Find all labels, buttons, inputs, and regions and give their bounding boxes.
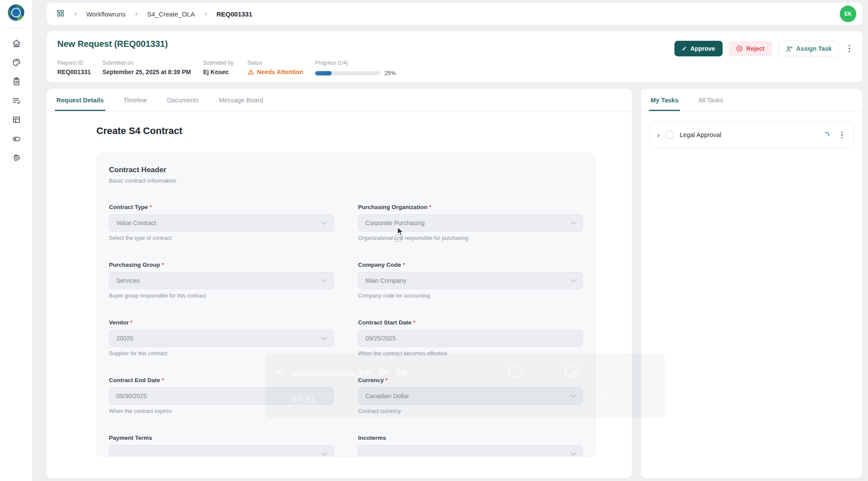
task-list-check-icon[interactable] — [11, 95, 22, 106]
chevron-right-icon[interactable]: › — [657, 131, 660, 140]
task-checkbox[interactable] — [666, 131, 674, 139]
chevron-down-icon — [322, 334, 327, 340]
field-currency: Currency * Canadian Dollar Contract curr… — [358, 377, 583, 415]
apps-grid-icon[interactable] — [56, 9, 65, 19]
sidebar-divider — [7, 28, 26, 28]
fields-grid: Contract Type * Value Contract Select th… — [109, 204, 583, 457]
tab-request-details[interactable]: Request Details — [56, 89, 104, 111]
field-helper: Select the type of contract — [109, 235, 334, 242]
request-tabs: Request DetailsTimelineDocumentsMessage … — [47, 89, 632, 111]
header-actions: ✓ Approve Reject Assign Task — [674, 41, 854, 56]
progress-percent: 25% — [385, 70, 396, 76]
avatar[interactable]: EK — [840, 6, 856, 22]
approve-button[interactable]: ✓ Approve — [674, 41, 723, 56]
tab-documents[interactable]: Documents — [167, 89, 199, 111]
section-title: Contract Header — [109, 166, 583, 174]
chevron-down-icon — [322, 277, 327, 282]
header-more-menu[interactable] — [845, 41, 854, 56]
select-company-code[interactable]: Main Company — [358, 272, 583, 289]
select-currency[interactable]: Canadian Dollar — [358, 387, 583, 405]
request-details-card: Request DetailsTimelineDocumentsMessage … — [47, 89, 632, 478]
toggle-icon[interactable] — [11, 134, 22, 144]
field-helper: Buyer group responsible for this contrac… — [109, 293, 334, 299]
field-helper: Company code for accounting — [358, 293, 583, 299]
field-purchasing-group: Purchasing Group * Services Buyer group … — [109, 262, 334, 299]
assign-task-button[interactable]: Assign Task — [778, 41, 839, 56]
task-more-menu[interactable] — [838, 127, 846, 143]
page-title: New Request (REQ001331) — [57, 39, 168, 49]
breadcrumb-item-req001331[interactable]: REQ001331 — [217, 10, 253, 18]
meta-submitted-on: Submitted on September 25, 2025 at 8:39 … — [102, 60, 191, 75]
meta-request-id: Request ID REQ001331 — [57, 60, 91, 75]
status-badge: Needs Attention — [257, 69, 303, 75]
tab-message-board[interactable]: Message Board — [219, 89, 263, 111]
chevron-down-icon — [322, 450, 327, 455]
chevron-down-icon — [322, 219, 327, 225]
task-card-legal-approval[interactable]: › Legal Approval — [650, 121, 854, 149]
field-contract-end-date: Contract End Date * 09/30/2025 When the … — [109, 377, 334, 415]
input-contract-end-date[interactable]: 09/30/2025 — [109, 387, 334, 405]
tab-all-tasks[interactable]: All Tasks — [698, 89, 723, 111]
circle-x-icon — [736, 45, 743, 52]
spinner-icon[interactable] — [822, 131, 830, 139]
breadcrumb-item-workflowruns[interactable]: Workflowruns — [86, 10, 126, 18]
chevron-down-icon — [571, 450, 576, 455]
breadcrumb-separator: › — [204, 10, 207, 18]
breadcrumb-separator: › — [135, 10, 138, 18]
field-payment-terms: Payment Terms * — [109, 435, 334, 457]
contract-header-panel: Contract Header Basic contract informati… — [96, 153, 595, 457]
select-purchasing-group[interactable]: Services — [109, 272, 334, 289]
chevron-down-icon — [571, 392, 576, 398]
progress-bar — [315, 71, 380, 75]
select-purchasing-organization[interactable]: Corporate Purchasing — [358, 214, 583, 232]
field-vendor: Vendor * 20020 Supplier for this contrac… — [109, 319, 334, 357]
meta-status: Status Needs Attention — [247, 60, 303, 75]
tab-timeline[interactable]: Timeline — [124, 89, 147, 111]
check-icon: ✓ — [682, 45, 687, 52]
chevron-down-icon — [571, 219, 576, 225]
palette-icon[interactable] — [11, 57, 22, 68]
home-icon[interactable] — [11, 38, 22, 49]
app-logo[interactable] — [8, 4, 24, 21]
form-title: Create S4 Contract — [96, 125, 182, 137]
section-subtitle: Basic contract information — [109, 177, 583, 184]
select-payment-terms[interactable] — [109, 445, 334, 457]
progress-fill — [315, 71, 332, 75]
layout-icon[interactable] — [11, 115, 22, 125]
meta-submitted-by: Submitted by Ej Kosec — [203, 60, 233, 75]
field-contract-start-date: Contract Start Date * 09/25/2025 When th… — [358, 319, 583, 357]
field-helper: Organizational unit responsible for purc… — [358, 235, 583, 242]
chevron-down-icon — [571, 277, 576, 282]
field-purchasing-organization: Purchasing Organization * Corporate Purc… — [358, 204, 583, 242]
request-header-card: New Request (REQ001331) ✓ Approve Reject… — [47, 31, 862, 82]
input-contract-start-date[interactable]: 09/25/2025 — [358, 330, 583, 347]
field-incoterms: Incoterms * — [358, 435, 583, 457]
tasks-panel: My TasksAll Tasks › Legal Approval — [641, 89, 862, 478]
field-company-code: Company Code * Main Company Company code… — [358, 262, 583, 299]
sidebar — [0, 0, 33, 481]
select-vendor[interactable]: 20020 — [109, 330, 334, 347]
clipboard-icon[interactable] — [11, 76, 22, 87]
field-helper: Supplier for this contract — [109, 350, 334, 357]
meta-progress: Progress (1/4) 25% — [315, 60, 396, 76]
fingerprint-icon[interactable] — [11, 153, 22, 163]
field-contract-type: Contract Type * Value Contract Select th… — [109, 204, 334, 242]
warning-icon — [247, 69, 254, 75]
breadcrumb-item-s4-create-ola[interactable]: S4_Create_OLA — [147, 10, 195, 18]
tab-my-tasks[interactable]: My Tasks — [651, 89, 678, 111]
reject-button[interactable]: Reject — [729, 41, 772, 56]
select-incoterms[interactable] — [358, 445, 583, 457]
field-helper: When the contract expires — [109, 408, 334, 415]
breadcrumb: ›Workflowruns›S4_Create_OLA›REQ001331 — [56, 9, 252, 19]
person-plus-icon — [786, 45, 793, 52]
task-label: Legal Approval — [680, 131, 721, 138]
field-helper: Contract currency — [358, 408, 583, 415]
select-contract-type[interactable]: Value Contract — [109, 214, 334, 232]
breadcrumb-separator: › — [74, 10, 77, 18]
tasks-tabs: My TasksAll Tasks — [641, 89, 862, 111]
field-helper: When the contract becomes effective — [358, 350, 583, 357]
top-bar: ›Workflowruns›S4_Create_OLA›REQ001331 EK — [47, 3, 862, 25]
